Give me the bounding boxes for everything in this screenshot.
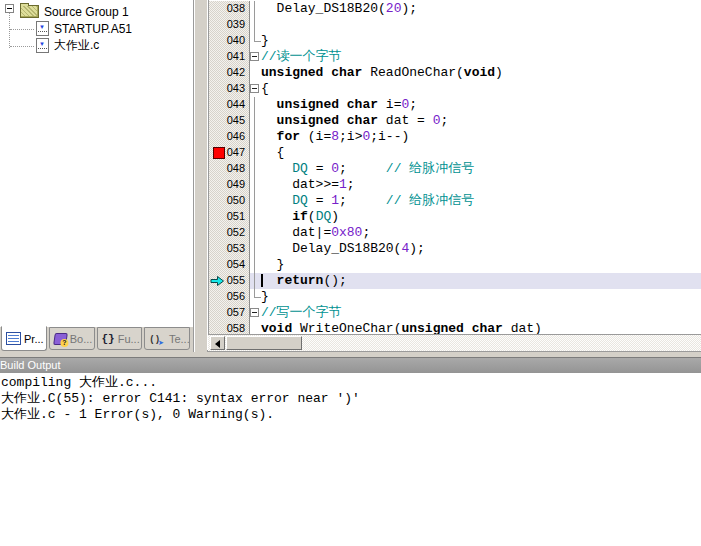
tree-item-label: STARTUP.A51 [54, 22, 132, 36]
gutter-044[interactable]: 044 [209, 97, 250, 113]
gutter-045[interactable]: 045 [209, 113, 250, 129]
gutter-046[interactable]: 046 [209, 129, 250, 145]
code-text[interactable]: DQ = 0; // 给脉冲信号 [261, 161, 701, 177]
fold-margin [250, 225, 261, 241]
tab-label: Bo... [70, 333, 93, 345]
code-text[interactable]: dat|=0x80; [261, 225, 701, 241]
gutter-051[interactable]: 051 [209, 209, 250, 225]
gutter-049[interactable]: 049 [209, 177, 250, 193]
fold-margin [250, 257, 261, 273]
templates-icon [149, 332, 166, 345]
code-text[interactable]: return(); [261, 273, 701, 289]
fold-toggle-icon[interactable] [250, 81, 261, 97]
code-text[interactable]: dat>>=1; [261, 177, 701, 193]
gutter-043[interactable]: 043 [209, 81, 250, 97]
code-editor-viewport: 038 Delay_DS18B20(20);039040}041//读一个字节0… [208, 0, 701, 334]
line-number: 042 [227, 66, 245, 78]
tree-expander-minus-icon[interactable] [5, 4, 14, 13]
fold-margin [250, 177, 261, 193]
code-text[interactable]: } [261, 257, 701, 273]
scrollbar-thumb[interactable] [226, 336, 302, 350]
gutter-056[interactable]: 056 [209, 289, 250, 305]
code-text[interactable]: DQ = 1; // 给脉冲信号 [261, 193, 701, 209]
code-text[interactable]: } [261, 33, 701, 49]
code-line-050: 050 DQ = 1; // 给脉冲信号 [209, 193, 701, 209]
code-line-053: 053 Delay_DS18B20(4); [209, 241, 701, 257]
gutter-057[interactable]: 057 [209, 305, 250, 321]
scroll-left-button[interactable] [210, 336, 225, 350]
tab-pr[interactable]: Pr... [1, 326, 47, 351]
code-line-048: 048 DQ = 0; // 给脉冲信号 [209, 161, 701, 177]
gutter-052[interactable]: 052 [209, 225, 250, 241]
code-text[interactable]: unsigned char i=0; [261, 97, 701, 113]
gutter-050[interactable]: 050 [209, 193, 250, 209]
tree-item-label: Source Group 1 [44, 5, 129, 19]
code-line-058: 058void WriteOneChar(unsigned char dat) [209, 321, 701, 334]
line-number: 053 [227, 242, 245, 254]
fold-margin [250, 161, 261, 177]
code-text[interactable]: { [261, 81, 701, 97]
tab-te[interactable]: Te... [144, 327, 190, 350]
gutter-048[interactable]: 048 [209, 161, 250, 177]
gutter-039[interactable]: 039 [209, 17, 250, 33]
gutter-053[interactable]: 053 [209, 241, 250, 257]
gutter-058[interactable]: 058 [209, 321, 250, 334]
code-line-041: 041//读一个字节 [209, 49, 701, 65]
line-number: 046 [227, 130, 245, 142]
gutter-038[interactable]: 038 [209, 1, 250, 17]
line-number: 052 [227, 226, 245, 238]
tab-label: Pr... [24, 333, 44, 345]
line-number: 056 [227, 290, 245, 302]
build-output-panel[interactable]: compiling 大作业.c...大作业.C(55): error C141:… [0, 373, 701, 546]
fold-toggle-icon[interactable] [250, 49, 261, 65]
code-text[interactable]: //写一个字节 [261, 305, 701, 321]
code-text[interactable]: } [261, 289, 701, 305]
fold-margin [250, 321, 261, 334]
text-caret [261, 274, 263, 287]
gutter-040[interactable]: 040 [209, 33, 250, 49]
code-line-043: 043{ [209, 81, 701, 97]
editor-horizontal-scrollbar[interactable] [208, 334, 701, 351]
gutter-054[interactable]: 054 [209, 257, 250, 273]
line-number: 047 [227, 146, 245, 158]
build-output-line[interactable]: compiling 大作业.c... [1, 375, 701, 391]
gutter-041[interactable]: 041 [209, 49, 250, 65]
code-text[interactable]: unsigned char ReadOneChar(void) [261, 65, 701, 81]
code-text[interactable]: if(DQ) [261, 209, 701, 225]
code-text[interactable]: { [261, 145, 701, 161]
line-number: 043 [227, 82, 245, 94]
gutter-042[interactable]: 042 [209, 65, 250, 81]
fold-margin [250, 65, 261, 81]
build-output-title: Build Output [0, 359, 61, 371]
breakpoint-icon[interactable] [213, 147, 225, 159]
gutter-047[interactable]: 047 [209, 145, 250, 161]
build-output-line[interactable]: 大作业.c - 1 Error(s), 0 Warning(s). [1, 407, 701, 423]
tab-label: Te... [169, 333, 190, 345]
code-text[interactable] [261, 17, 701, 33]
tab-fu[interactable]: Fu... [97, 327, 143, 350]
line-number: 051 [227, 210, 245, 222]
code-text[interactable]: Delay_DS18B20(20); [261, 1, 701, 17]
gutter-055[interactable]: 055 [209, 273, 250, 289]
functions-icon [102, 332, 115, 345]
code-line-055: 055 return(); [209, 273, 701, 289]
fold-margin [250, 241, 261, 257]
code-text[interactable]: void WriteOneChar(unsigned char dat) [261, 321, 701, 334]
line-number: 041 [227, 50, 245, 62]
fold-margin [250, 33, 261, 49]
fold-toggle-icon[interactable] [250, 305, 261, 321]
code-text[interactable]: //读一个字节 [261, 49, 701, 65]
fold-margin [250, 273, 261, 289]
build-output-line[interactable]: 大作业.C(55): error C141: syntax error near… [1, 391, 701, 407]
code-text[interactable]: for (i=8;i>0;i--) [261, 129, 701, 145]
tree-item[interactable]: Source Group 1 [0, 3, 193, 20]
tab-bo[interactable]: Bo... [49, 327, 95, 350]
code-line-056: 056} [209, 289, 701, 305]
line-number: 057 [227, 306, 245, 318]
books-icon [53, 333, 68, 345]
line-number: 055 [227, 274, 245, 286]
code-text[interactable]: unsigned char dat = 0; [261, 113, 701, 129]
code-text[interactable]: Delay_DS18B20(4); [261, 241, 701, 257]
line-number: 038 [227, 2, 245, 14]
code-line-040: 040} [209, 33, 701, 49]
